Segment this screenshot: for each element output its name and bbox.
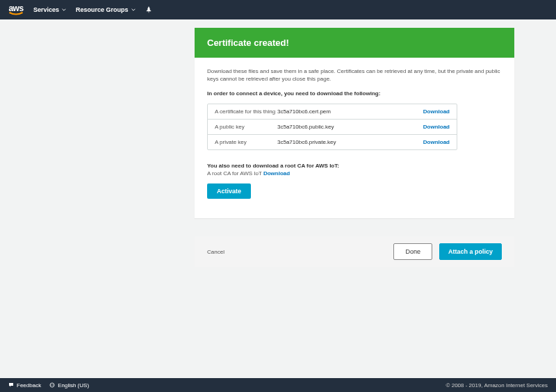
nav-resource-groups[interactable]: Resource Groups (76, 6, 136, 13)
download-link-public[interactable]: Download (423, 124, 450, 130)
root-ca-download-link[interactable]: Download (263, 170, 290, 177)
download-table: A certificate for this thing 3c5a710bc6.… (207, 104, 457, 150)
root-ca-title: You also need to download a root CA for … (207, 163, 502, 169)
feedback-label: Feedback (17, 382, 41, 389)
table-row: A private key 3c5a710bc6.private.key Dow… (208, 134, 457, 149)
copyright: © 2008 - 2019, Amazon Internet Services (446, 382, 548, 389)
top-nav: aws Services Resource Groups (0, 0, 556, 19)
aws-logo[interactable]: aws (8, 4, 24, 16)
certificate-panel: Certificate created! Download these file… (195, 28, 514, 218)
feedback-link[interactable]: Feedback (8, 382, 41, 389)
wizard-footer: Cancel Done Attach a policy (195, 236, 514, 267)
done-button[interactable]: Done (393, 243, 432, 260)
language-label: English (US) (58, 382, 89, 389)
nav-resource-groups-label: Resource Groups (76, 6, 129, 13)
file-desc: A certificate for this thing (215, 108, 277, 115)
table-row: A certificate for this thing 3c5a710bc6.… (208, 104, 457, 119)
attach-policy-button[interactable]: Attach a policy (439, 243, 502, 260)
download-link-private[interactable]: Download (423, 139, 450, 145)
root-ca-sub: A root CA for AWS IoT Download (207, 170, 502, 177)
aws-swoosh-icon (8, 12, 24, 16)
activate-button[interactable]: Activate (207, 183, 251, 199)
root-ca-sub-prefix: A root CA for AWS IoT (207, 170, 263, 177)
instruction-text: In order to connect a device, you need t… (207, 90, 502, 97)
chevron-down-icon (62, 8, 66, 12)
root-ca-block: You also need to download a root CA for … (207, 163, 502, 177)
download-link-cert[interactable]: Download (423, 108, 450, 115)
speech-bubble-icon (8, 382, 14, 388)
console-bottom-bar: Feedback English (US) © 2008 - 2019, Ama… (0, 378, 556, 392)
language-selector[interactable]: English (US) (49, 382, 89, 389)
success-banner: Certificate created! (195, 28, 514, 58)
nav-services-label: Services (33, 6, 59, 13)
table-row: A public key 3c5a710bc6.public.key Downl… (208, 119, 457, 134)
nav-services[interactable]: Services (33, 6, 66, 13)
bottom-left: Feedback English (US) (8, 382, 89, 389)
globe-icon (49, 382, 55, 388)
file-name: 3c5a710bc6.cert.pem (277, 108, 408, 115)
file-desc: A private key (215, 139, 277, 145)
help-text: Download these files and save them in a … (207, 67, 502, 83)
pin-icon (145, 6, 152, 13)
file-name: 3c5a710bc6.private.key (277, 139, 408, 145)
nav-pin[interactable] (145, 6, 152, 13)
banner-title: Certificate created! (207, 38, 289, 48)
file-desc: A public key (215, 124, 277, 130)
panel-body: Download these files and save them in a … (195, 58, 514, 218)
chevron-down-icon (131, 8, 136, 12)
cancel-link[interactable]: Cancel (207, 249, 224, 255)
file-name: 3c5a710bc6.public.key (277, 124, 408, 130)
